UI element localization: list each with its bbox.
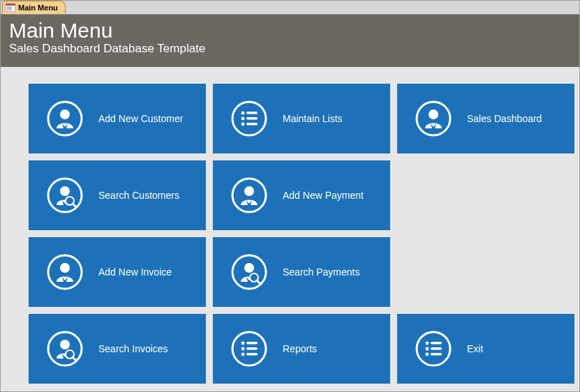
svg-rect-34 [246, 342, 258, 345]
tile-label: Add New Invoice [98, 266, 172, 278]
svg-rect-13 [246, 123, 258, 126]
page-title: Main Menu [9, 19, 571, 42]
tile-label: Search Customers [98, 190, 179, 201]
svg-rect-38 [246, 353, 258, 356]
svg-point-29 [60, 340, 70, 349]
svg-point-25 [244, 263, 254, 273]
person-search-icon [228, 254, 270, 290]
tile-search-customers[interactable]: Search Customers [29, 160, 206, 230]
svg-point-6 [60, 110, 70, 119]
person-icon [228, 177, 270, 213]
svg-point-10 [241, 117, 245, 121]
tile-label: Maintain Lists [283, 113, 343, 124]
tile-label: Search Payments [283, 266, 360, 278]
person-icon [412, 100, 454, 137]
person-search-icon [44, 177, 86, 213]
tile-label: Add New Customer [98, 113, 183, 124]
list-icon [228, 100, 270, 137]
tile-label: Sales Dashboard [467, 113, 542, 124]
list-icon [228, 331, 270, 367]
tile-label: Search Invoices [98, 343, 168, 354]
svg-point-12 [241, 123, 245, 126]
tab-main-menu[interactable]: Main Menu [2, 1, 66, 14]
content-area: Add New Customer Maintain Lists Sales Da… [1, 67, 579, 384]
tile-search-payments[interactable]: Search Payments [213, 237, 390, 307]
tab-label: Main Menu [18, 3, 58, 12]
svg-rect-43 [431, 347, 442, 350]
page-subtitle: Sales Dashboard Database Template [9, 42, 571, 56]
tile-add-new-customer[interactable]: Add New Customer [29, 84, 206, 153]
tab-bar: Main Menu [1, 1, 579, 15]
svg-point-35 [241, 347, 245, 351]
svg-point-21 [244, 186, 254, 196]
form-icon [6, 3, 15, 12]
tile-exit[interactable]: Exit [397, 314, 574, 384]
tile-add-new-payment[interactable]: Add New Payment [213, 160, 390, 230]
list-icon [412, 331, 454, 367]
tile-add-new-invoice[interactable]: Add New Invoice [29, 237, 206, 307]
svg-point-42 [426, 347, 429, 351]
svg-line-19 [73, 204, 76, 207]
tile-label: Reports [283, 343, 317, 354]
svg-line-27 [257, 280, 260, 284]
tile-label: Add New Payment [283, 190, 364, 201]
tile-label: Exit [467, 343, 483, 354]
svg-rect-1 [6, 3, 15, 6]
svg-point-17 [60, 186, 70, 196]
svg-point-8 [241, 112, 245, 115]
person-search-icon [44, 331, 86, 367]
header: Main Menu Sales Dashboard Database Templ… [1, 15, 579, 67]
svg-point-37 [241, 353, 245, 356]
svg-line-31 [73, 357, 76, 361]
svg-point-33 [241, 342, 245, 345]
svg-point-23 [60, 263, 70, 273]
tile-search-invoices[interactable]: Search Invoices [29, 314, 206, 384]
tile-reports[interactable]: Reports [213, 314, 390, 384]
tile-sales-dashboard[interactable]: Sales Dashboard [397, 84, 574, 153]
person-icon [44, 254, 86, 290]
tile-maintain-lists[interactable]: Maintain Lists [213, 84, 390, 153]
svg-rect-36 [246, 347, 258, 350]
svg-point-40 [426, 342, 429, 345]
svg-rect-41 [431, 342, 442, 345]
person-icon [44, 100, 86, 137]
svg-rect-11 [246, 117, 258, 120]
svg-rect-45 [431, 353, 442, 356]
svg-point-15 [429, 110, 438, 119]
svg-point-44 [426, 353, 429, 356]
svg-rect-9 [246, 112, 258, 114]
menu-grid: Add New Customer Maintain Lists Sales Da… [29, 84, 579, 384]
